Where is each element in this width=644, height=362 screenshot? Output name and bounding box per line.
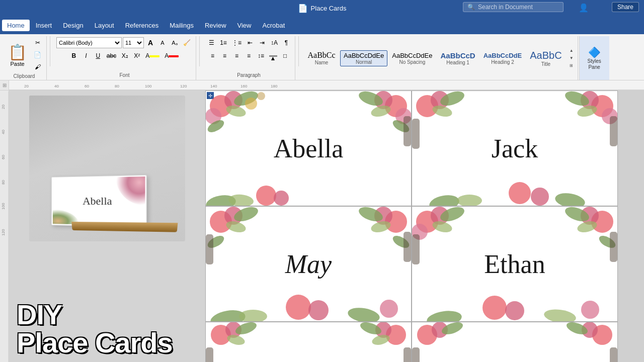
svg-text:60: 60	[1, 155, 6, 159]
font-grow-button[interactable]: A	[145, 37, 156, 48]
svg-point-84	[426, 309, 462, 321]
menu-acrobat[interactable]: Acrobat	[257, 20, 290, 31]
share-button[interactable]: Share	[612, 2, 639, 12]
align-right-button[interactable]: ≡	[231, 50, 243, 61]
superscript-button[interactable]: X²	[131, 50, 142, 61]
menu-references[interactable]: References	[120, 20, 164, 31]
bold-button[interactable]: B	[68, 50, 79, 61]
ribbon-separator-2	[199, 36, 200, 66]
title-bar: 📄 Place Cards 🔍 Search in Document 👤 Sha…	[0, 0, 644, 16]
svg-text:160: 160	[240, 84, 248, 88]
subscript-button[interactable]: X₂	[119, 50, 130, 61]
search-placeholder: Search in Document	[478, 4, 533, 11]
font-shrink-button[interactable]: A	[157, 37, 168, 48]
style-name[interactable]: AaBbCc Name	[304, 49, 339, 67]
place-card-may[interactable]: May	[205, 206, 412, 322]
menu-review[interactable]: Review	[200, 20, 231, 31]
svg-point-25	[245, 98, 257, 110]
svg-rect-59	[206, 234, 213, 264]
svg-point-87	[543, 308, 577, 321]
strikethrough-button[interactable]: abc	[105, 50, 118, 61]
copy-button[interactable]: 📄	[32, 49, 43, 60]
increase-indent-button[interactable]: ⇥	[257, 37, 268, 48]
cut-button[interactable]: ✂	[32, 37, 43, 48]
format-painter-button[interactable]: 🖌	[32, 61, 43, 72]
card-name-ethan: Ethan	[484, 249, 545, 279]
menu-home[interactable]: Home	[2, 20, 30, 31]
place-card-row3-right[interactable]	[412, 322, 618, 362]
svg-rect-102	[412, 347, 420, 362]
menu-design[interactable]: Design	[58, 20, 88, 31]
search-icon: 🔍	[467, 4, 475, 11]
font-size-select[interactable]: 11	[123, 37, 144, 48]
svg-point-26	[257, 92, 265, 100]
sort-button[interactable]: ↕A	[269, 37, 280, 48]
style-title[interactable]: AaBbC Title	[526, 48, 565, 68]
shading-button[interactable]: ▲	[268, 50, 279, 61]
italic-button[interactable]: I	[80, 50, 92, 61]
align-left-button[interactable]: ≡	[207, 50, 218, 61]
decrease-indent-button[interactable]: ⇤	[245, 37, 256, 48]
style-heading1[interactable]: AaBbCcD Heading 1	[437, 50, 478, 67]
style-heading2[interactable]: AaBbCcDdE Heading 2	[480, 50, 526, 66]
place-card-jack[interactable]: Jack	[412, 90, 618, 206]
title-icon: 📄	[298, 4, 308, 13]
line-spacing-button[interactable]: ↕≡	[256, 50, 267, 61]
place-cards-grid: ✛	[205, 90, 618, 362]
font-label: Font	[119, 72, 129, 79]
place-card-ethan[interactable]: Ethan	[412, 206, 618, 322]
svg-point-49	[428, 193, 460, 206]
bullets-button[interactable]: ☰	[206, 37, 217, 48]
svg-rect-106	[610, 347, 617, 362]
ribbon-group-clipboard: 📋 Paste ✂ 📄 🖌 Clipboard	[2, 36, 47, 80]
numbering-button[interactable]: 1≡	[218, 37, 229, 48]
style-normal[interactable]: AaBbCcDdEe Normal	[340, 50, 387, 66]
document-area[interactable]: ✛	[205, 90, 644, 362]
thumbnail-name: Abella	[83, 195, 112, 208]
styles-up-arrow[interactable]: ▲	[568, 47, 576, 54]
svg-point-67	[239, 310, 267, 321]
style-no-spacing[interactable]: AaBbCcDdEe No Spacing	[388, 50, 436, 66]
place-card-row3-left[interactable]: Anna	[205, 322, 412, 362]
border-button[interactable]: □	[280, 50, 291, 61]
ribbon-group-font: Calibri (Body) 11 A A Aₐ 🧹 B I U abc X₂ …	[53, 36, 196, 80]
ribbon-separator-3	[298, 36, 299, 66]
svg-text:180: 180	[271, 84, 278, 88]
paste-button[interactable]: 📋 Paste	[5, 42, 30, 68]
svg-text:60: 60	[85, 84, 89, 88]
text-highlight-button[interactable]: A	[143, 50, 162, 61]
left-panel: Abella DIY Place Cards	[9, 90, 205, 362]
card-name-jack: Jack	[492, 134, 538, 163]
place-card-abella[interactable]: ✛	[205, 90, 412, 206]
svg-rect-33	[404, 116, 411, 146]
svg-point-85	[482, 296, 507, 320]
clear-format-button[interactable]: 🧹	[181, 37, 193, 48]
styles-pane-button[interactable]: 🔷 StylesPane	[579, 36, 609, 80]
svg-point-51	[509, 182, 531, 204]
menu-view[interactable]: View	[232, 20, 257, 31]
align-center-button[interactable]: ≡	[219, 50, 230, 61]
styles-pane-label: StylesPane	[587, 58, 601, 70]
underline-button[interactable]: U	[93, 50, 104, 61]
menu-layout[interactable]: Layout	[90, 20, 119, 31]
search-box[interactable]: 🔍 Search in Document	[463, 2, 564, 12]
vertical-ruler: 20 40 60 80 100 120	[0, 90, 9, 362]
document-page: ✛	[205, 90, 618, 362]
font-color-button[interactable]: A	[163, 50, 181, 61]
menu-mailings[interactable]: Mailings	[165, 20, 199, 31]
styles-expand-arrow[interactable]: ⊞	[568, 62, 576, 69]
svg-point-88	[581, 301, 599, 319]
show-para-button[interactable]: ¶	[281, 37, 292, 48]
diy-line1: DIY	[17, 301, 198, 329]
svg-rect-0	[9, 80, 644, 90]
change-case-button[interactable]: Aₐ	[169, 37, 180, 48]
multilevel-list-button[interactable]: ⋮≡	[230, 37, 244, 48]
styles-down-arrow[interactable]: ▼	[568, 55, 576, 62]
justify-button[interactable]: ≡	[244, 50, 255, 61]
svg-rect-42	[412, 119, 420, 149]
paste-label: Paste	[10, 61, 24, 67]
font-family-select[interactable]: Calibri (Body)	[56, 37, 122, 48]
menu-insert[interactable]: Insert	[31, 20, 57, 31]
card-name-abella: Abella	[274, 134, 344, 163]
ribbon-group-paragraph: ☰ 1≡ ⋮≡ ⇤ ⇥ ↕A ¶ ≡ ≡ ≡ ≡ ↕≡ ▲ □ Paragrap…	[203, 36, 295, 80]
